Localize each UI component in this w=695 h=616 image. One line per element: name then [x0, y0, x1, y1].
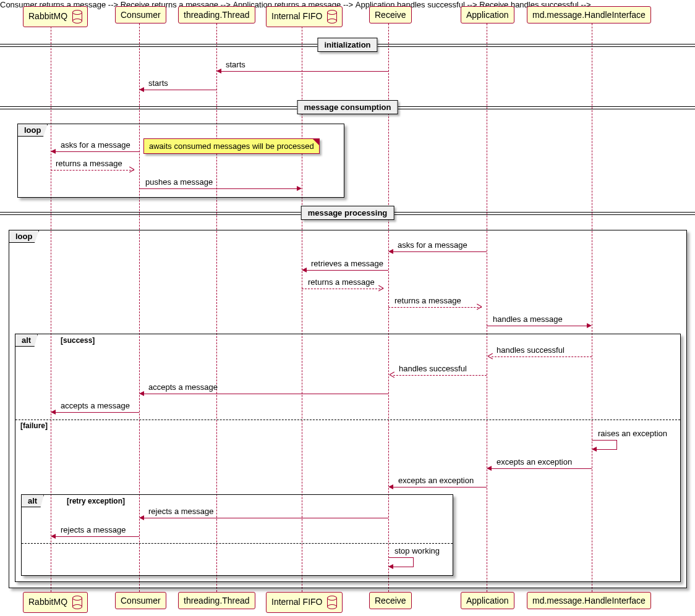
arrow-label: returns a message [56, 159, 122, 168]
participant-application-bottom: Application [461, 592, 514, 609]
participant-label: md.message.HandleInterface [532, 596, 646, 605]
participant-application: Application [461, 6, 514, 23]
participant-fifo-bottom: Internal FIFO [266, 592, 343, 613]
participant-thread: threading.Thread [178, 6, 255, 23]
arrow-label: stop working [394, 546, 440, 555]
arrow-label: excepts an exception [398, 476, 474, 485]
participant-label: Application [466, 596, 509, 605]
fragment-label: loop [24, 125, 41, 135]
divider-label: message processing [308, 208, 388, 217]
divider-label: initialization [324, 40, 370, 49]
participant-rabbitmq: RabbitMQ [23, 6, 88, 27]
arrow-label: pushes a message [145, 177, 213, 187]
fragment-guard: [success] [61, 336, 95, 345]
participant-label: Internal FIFO [271, 597, 322, 607]
arrow-label: accepts a message [148, 382, 218, 392]
participant-label: Application [466, 10, 509, 20]
fragment-label: loop [15, 232, 32, 241]
participant-label: threading.Thread [184, 10, 250, 20]
participant-label: threading.Thread [184, 596, 250, 605]
arrow-label: starts [148, 78, 168, 88]
participant-label: Consumer [121, 10, 161, 20]
participant-handler: md.message.HandleInterface [527, 6, 651, 23]
arrow-label: returns a message [308, 277, 375, 287]
participant-fifo: Internal FIFO [266, 6, 343, 27]
participant-handler-bottom: md.message.HandleInterface [527, 592, 651, 609]
arrow-label: retrieves a message [311, 259, 383, 268]
note-awaits: awaits consumed messages will be process… [143, 138, 320, 154]
divider-label: message consumption [304, 103, 391, 112]
arrow-label: asks for a message [61, 140, 130, 150]
participant-receive: Receive [369, 6, 412, 23]
participant-consumer: Consumer [115, 6, 166, 23]
participant-label: md.message.HandleInterface [532, 10, 646, 20]
participant-receive-bottom: Receive [369, 592, 412, 609]
arrow-label: rejects a message [61, 525, 126, 534]
participant-label: Consumer [121, 596, 161, 605]
sequence-diagram: RabbitMQ Consumer threading.Thread Inter… [0, 0, 695, 616]
note-text: awaits consumed messages will be process… [149, 141, 314, 151]
arrow-label: handles successful [497, 345, 565, 355]
arrow-label: raises an exception [598, 429, 667, 438]
participant-rabbitmq-bottom: RabbitMQ [23, 592, 88, 613]
participant-label: Receive [375, 596, 406, 605]
participant-thread-bottom: threading.Thread [178, 592, 255, 609]
arrow-label: asks for a message [398, 240, 467, 250]
arrow-label: excepts an exception [497, 457, 572, 466]
participant-label: Internal FIFO [271, 11, 322, 21]
participant-label: Receive [375, 10, 406, 20]
arrow-label: handles successful [399, 364, 467, 373]
fragment-guard: [retry exception] [67, 497, 125, 505]
participant-label: RabbitMQ [28, 11, 67, 21]
fragment-guard: [failure] [20, 421, 48, 430]
arrow-label: handles a message [493, 314, 563, 324]
fragment-label: alt [22, 335, 31, 345]
arrow-label: starts [226, 60, 245, 69]
arrow-label: accepts a message [61, 401, 130, 410]
participant-label: RabbitMQ [28, 597, 67, 607]
fragment-label: alt [28, 496, 37, 505]
arrow-label: rejects a message [148, 507, 214, 516]
arrow-label: returns a message [394, 296, 461, 305]
participant-consumer-bottom: Consumer [115, 592, 166, 609]
